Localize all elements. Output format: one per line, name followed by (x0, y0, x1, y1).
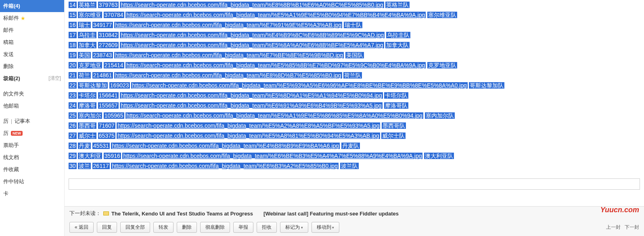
row-index: 16 (69, 22, 77, 28)
row-number: 156641 (98, 92, 119, 99)
row-url-wrap: https://search-operate.cdn.bcebos.com/fi… (114, 72, 342, 79)
sidebar-send[interactable]: 发送 (0, 48, 64, 60)
delete-button[interactable]: 删除 (177, 222, 197, 233)
sidebar-inbox[interactable]: 件箱(4) (0, 0, 64, 12)
row-index: 27 (69, 132, 77, 139)
row-link[interactable]: https://search-operate.cdn.bcebos.com/fi… (121, 32, 384, 38)
sidebar-trash[interactable]: 圾箱(2)[清空] (0, 72, 64, 85)
row-index: 17 (69, 32, 77, 38)
row-team: 荷兰队 (343, 72, 362, 79)
reply-button[interactable]: 回复 (97, 222, 117, 233)
mark-dropdown[interactable]: 标记为 (280, 222, 308, 233)
next-mail[interactable]: 下一封 (625, 224, 639, 231)
row-index: 23 (69, 92, 77, 99)
reply-input[interactable] (69, 178, 640, 190)
delete-perm-button[interactable]: 彻底删除 (200, 222, 230, 233)
row-number: 35916 (104, 153, 121, 159)
row-index: 20 (69, 62, 77, 68)
footer: 下一封未读： The Telerik, Kendo UI and Test St… (65, 206, 644, 236)
row-number: 45531 (92, 143, 110, 149)
row-link[interactable]: https://search-operate.cdn.bcebos.com/fi… (117, 132, 379, 139)
data-row: 24 摩洛哥 155657 https://search-operate.cdn… (69, 101, 640, 111)
row-team: 哥斯达黎加队 (469, 82, 504, 89)
row-link[interactable]: https://search-operate.cdn.bcebos.com/fi… (126, 62, 425, 68)
row-team: 瑞士队 (344, 22, 362, 28)
sidebar-fav[interactable]: 件收藏 (0, 164, 64, 176)
data-row: 19 美国 238743 https://search-operate.cdn.… (69, 50, 640, 60)
row-name: 摩洛哥 (78, 102, 96, 109)
row-link[interactable]: https://search-operate.cdn.bcebos.com/fi… (112, 143, 339, 149)
row-name: 加拿大 (78, 42, 96, 48)
reply-all-button[interactable]: 回复全部 (120, 222, 150, 233)
sidebar-card[interactable]: 卡 (0, 188, 64, 200)
next-label: 下一封未读： (69, 210, 101, 217)
sidebar-mail[interactable]: 邮件 (0, 24, 64, 36)
row-name: 塞尔维亚 (78, 12, 102, 18)
sidebar-doc[interactable]: 线文档 (0, 151, 64, 164)
row-index: 18 (69, 42, 77, 48)
row-link[interactable]: https://search-operate.cdn.bcebos.com/fi… (121, 2, 383, 8)
row-name: 塞内加尔 (78, 112, 102, 119)
row-link[interactable]: https://search-operate.cdn.bcebos.com/fi… (117, 122, 379, 129)
sidebar-draft[interactable]: 稿箱 (0, 36, 64, 48)
row-link[interactable]: https://search-operate.cdn.bcebos.com/fi… (126, 12, 425, 18)
reject-button[interactable]: 拒收 (257, 222, 277, 233)
row-url-wrap: https://search-operate.cdn.bcebos.com/fi… (114, 52, 344, 58)
row-team: 塞内加尔队 (425, 112, 455, 119)
row-index: 14 (69, 2, 77, 8)
row-name: 克罗地亚 (78, 62, 102, 68)
sidebar-starred[interactable]: 标邮件★ (0, 12, 64, 24)
data-row: 14 英格兰 379763 https://search-operate.cdn… (69, 0, 640, 10)
data-row: 30 波兰 26117 https://search-operate.cdn.b… (69, 161, 640, 171)
sidebar-calendar[interactable]: 历|记事本 (0, 115, 64, 127)
data-row: 16 瑞士 349177 https://search-operate.cdn.… (69, 20, 640, 30)
data-row: 15 塞尔维亚 370784 https://search-operate.cd… (69, 10, 640, 20)
row-link[interactable]: https://search-operate.cdn.bcebos.com/fi… (115, 72, 341, 79)
row-link[interactable]: https://search-operate.cdn.bcebos.com/fi… (112, 163, 338, 169)
data-row: 22 哥斯达黎加 169023 https://search-operate.c… (69, 81, 640, 91)
forward-button[interactable]: 转发 (153, 222, 174, 233)
row-link[interactable]: https://search-operate.cdn.bcebos.com/fi… (115, 22, 341, 28)
row-url-wrap: https://search-operate.cdn.bcebos.com/fi… (117, 122, 380, 129)
row-index: 15 (69, 12, 77, 18)
sidebar-calendar-new[interactable]: 历NEW (0, 127, 64, 139)
star-label: 标邮件 (3, 14, 19, 22)
row-link[interactable]: https://search-operate.cdn.bcebos.com/fi… (121, 92, 382, 99)
sidebar: 件箱(4) 标邮件★ 邮件 稿箱 发送 删除 圾箱(2)[清空] 的文件夹 他邮… (0, 0, 65, 236)
row-link[interactable]: https://search-operate.cdn.bcebos.com/fi… (126, 112, 422, 119)
trash-clear[interactable]: [清空] (48, 75, 61, 82)
row-url-wrap: https://search-operate.cdn.bcebos.com/fi… (120, 42, 384, 48)
row-url-wrap: https://search-operate.cdn.bcebos.com/fi… (114, 22, 342, 28)
row-name: 美国 (78, 52, 91, 58)
next-sender[interactable]: The Telerik, Kendo UI and Test Studio Te… (111, 211, 253, 217)
move-dropdown[interactable]: 移动到 (312, 222, 340, 233)
row-name: 英格兰 (78, 2, 96, 8)
sidebar-other-mail[interactable]: 他邮箱 (0, 100, 64, 112)
report-button[interactable]: 举报 (233, 222, 253, 233)
next-subject[interactable]: [Webinar last call] Featuring must-see F… (263, 211, 399, 217)
prev-mail[interactable]: 上一封 (606, 224, 621, 231)
data-row: 17 乌拉圭 310842 https://search-operate.cdn… (69, 30, 640, 40)
row-link[interactable]: https://search-operate.cdn.bcebos.com/fi… (121, 42, 383, 48)
sidebar-delete[interactable]: 删除 (0, 60, 64, 72)
data-row: 21 荷兰 214861 https://search-operate.cdn.… (69, 70, 640, 81)
sidebar-bill[interactable]: 票助手 (0, 139, 64, 151)
row-link[interactable]: https://search-operate.cdn.bcebos.com/fi… (123, 153, 422, 159)
row-team: 墨西哥队 (382, 122, 406, 129)
data-row: 23 卡塔尔 156641 https://search-operate.cdn… (69, 91, 640, 101)
row-team: 克罗地亚队 (427, 62, 457, 68)
back-button[interactable]: « 返回 (69, 222, 94, 233)
sidebar-folder[interactable]: 的文件夹 (0, 88, 64, 100)
row-number: 65375 (98, 132, 115, 139)
sidebar-transfer[interactable]: 件中转站 (0, 176, 64, 188)
row-name: 丹麦 (78, 143, 91, 149)
row-index: 29 (69, 153, 77, 159)
row-url-wrap: https://search-operate.cdn.bcebos.com/fi… (111, 143, 340, 149)
row-link[interactable]: https://search-operate.cdn.bcebos.com/fi… (132, 82, 467, 89)
watermark: Yuucn.com (600, 206, 639, 214)
row-link[interactable]: https://search-operate.cdn.bcebos.com/fi… (115, 52, 343, 58)
row-link[interactable]: https://search-operate.cdn.bcebos.com/fi… (121, 102, 382, 109)
row-url-wrap: https://search-operate.cdn.bcebos.com/fi… (125, 112, 423, 119)
row-team: 英格兰队 (385, 2, 410, 8)
row-number: 349177 (92, 22, 113, 28)
